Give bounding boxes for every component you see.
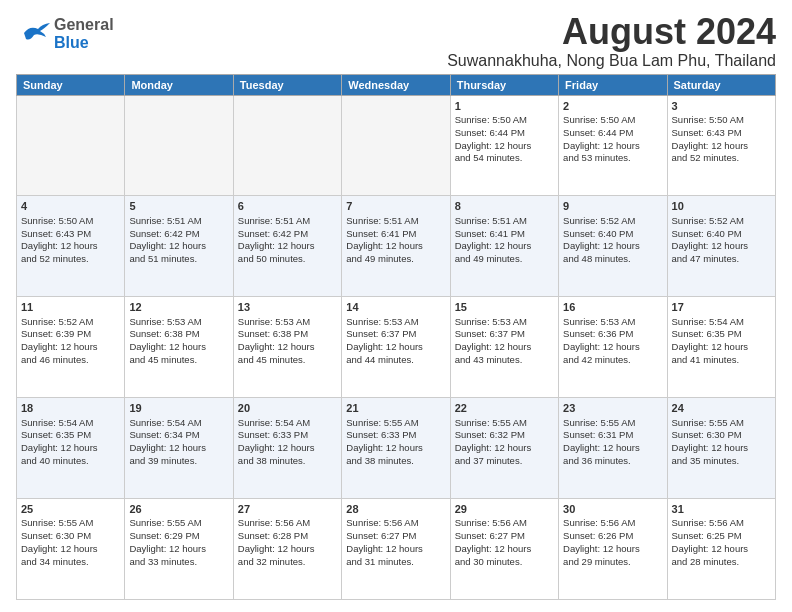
table-row: 5Sunrise: 5:51 AMSunset: 6:42 PMDaylight… [125, 196, 233, 297]
calendar-header-row: Sunday Monday Tuesday Wednesday Thursday… [17, 74, 776, 95]
day-number: 7 [346, 199, 445, 213]
day-info: Sunrise: 5:53 AMSunset: 6:38 PMDaylight:… [129, 316, 228, 367]
table-row: 13Sunrise: 5:53 AMSunset: 6:38 PMDayligh… [233, 297, 341, 398]
table-row: 25Sunrise: 5:55 AMSunset: 6:30 PMDayligh… [17, 499, 125, 600]
calendar-week-row: 1Sunrise: 5:50 AMSunset: 6:44 PMDaylight… [17, 95, 776, 196]
calendar-week-row: 25Sunrise: 5:55 AMSunset: 6:30 PMDayligh… [17, 499, 776, 600]
day-info: Sunrise: 5:55 AMSunset: 6:30 PMDaylight:… [672, 417, 771, 468]
day-info: Sunrise: 5:54 AMSunset: 6:35 PMDaylight:… [21, 417, 120, 468]
table-row: 21Sunrise: 5:55 AMSunset: 6:33 PMDayligh… [342, 398, 450, 499]
day-info: Sunrise: 5:54 AMSunset: 6:34 PMDaylight:… [129, 417, 228, 468]
table-row: 26Sunrise: 5:55 AMSunset: 6:29 PMDayligh… [125, 499, 233, 600]
table-row: 27Sunrise: 5:56 AMSunset: 6:28 PMDayligh… [233, 499, 341, 600]
subtitle: Suwannakhuha, Nong Bua Lam Phu, Thailand [447, 52, 776, 70]
table-row: 24Sunrise: 5:55 AMSunset: 6:30 PMDayligh… [667, 398, 775, 499]
table-row: 2Sunrise: 5:50 AMSunset: 6:44 PMDaylight… [559, 95, 667, 196]
calendar-table: Sunday Monday Tuesday Wednesday Thursday… [16, 74, 776, 600]
col-monday: Monday [125, 74, 233, 95]
day-number: 12 [129, 300, 228, 314]
logo-text: GeneralBlue [54, 16, 114, 51]
day-info: Sunrise: 5:56 AMSunset: 6:28 PMDaylight:… [238, 517, 337, 568]
table-row: 10Sunrise: 5:52 AMSunset: 6:40 PMDayligh… [667, 196, 775, 297]
day-number: 14 [346, 300, 445, 314]
day-number: 9 [563, 199, 662, 213]
day-number: 17 [672, 300, 771, 314]
day-info: Sunrise: 5:51 AMSunset: 6:41 PMDaylight:… [346, 215, 445, 266]
calendar-week-row: 18Sunrise: 5:54 AMSunset: 6:35 PMDayligh… [17, 398, 776, 499]
day-info: Sunrise: 5:52 AMSunset: 6:39 PMDaylight:… [21, 316, 120, 367]
table-row: 15Sunrise: 5:53 AMSunset: 6:37 PMDayligh… [450, 297, 558, 398]
col-tuesday: Tuesday [233, 74, 341, 95]
day-number: 31 [672, 502, 771, 516]
day-info: Sunrise: 5:55 AMSunset: 6:33 PMDaylight:… [346, 417, 445, 468]
day-info: Sunrise: 5:54 AMSunset: 6:35 PMDaylight:… [672, 316, 771, 367]
table-row: 17Sunrise: 5:54 AMSunset: 6:35 PMDayligh… [667, 297, 775, 398]
day-info: Sunrise: 5:55 AMSunset: 6:29 PMDaylight:… [129, 517, 228, 568]
day-number: 4 [21, 199, 120, 213]
main-title: August 2024 [447, 12, 776, 52]
table-row: 7Sunrise: 5:51 AMSunset: 6:41 PMDaylight… [342, 196, 450, 297]
day-number: 22 [455, 401, 554, 415]
day-number: 2 [563, 99, 662, 113]
table-row: 3Sunrise: 5:50 AMSunset: 6:43 PMDaylight… [667, 95, 775, 196]
day-info: Sunrise: 5:53 AMSunset: 6:37 PMDaylight:… [346, 316, 445, 367]
table-row [125, 95, 233, 196]
day-number: 25 [21, 502, 120, 516]
day-number: 23 [563, 401, 662, 415]
day-info: Sunrise: 5:55 AMSunset: 6:32 PMDaylight:… [455, 417, 554, 468]
day-info: Sunrise: 5:51 AMSunset: 6:42 PMDaylight:… [129, 215, 228, 266]
col-saturday: Saturday [667, 74, 775, 95]
day-info: Sunrise: 5:56 AMSunset: 6:27 PMDaylight:… [346, 517, 445, 568]
table-row: 18Sunrise: 5:54 AMSunset: 6:35 PMDayligh… [17, 398, 125, 499]
day-number: 21 [346, 401, 445, 415]
table-row: 6Sunrise: 5:51 AMSunset: 6:42 PMDaylight… [233, 196, 341, 297]
day-info: Sunrise: 5:53 AMSunset: 6:38 PMDaylight:… [238, 316, 337, 367]
day-number: 20 [238, 401, 337, 415]
day-number: 8 [455, 199, 554, 213]
day-info: Sunrise: 5:56 AMSunset: 6:26 PMDaylight:… [563, 517, 662, 568]
table-row: 12Sunrise: 5:53 AMSunset: 6:38 PMDayligh… [125, 297, 233, 398]
day-number: 30 [563, 502, 662, 516]
day-info: Sunrise: 5:51 AMSunset: 6:41 PMDaylight:… [455, 215, 554, 266]
table-row: 22Sunrise: 5:55 AMSunset: 6:32 PMDayligh… [450, 398, 558, 499]
day-number: 19 [129, 401, 228, 415]
day-info: Sunrise: 5:56 AMSunset: 6:27 PMDaylight:… [455, 517, 554, 568]
day-number: 28 [346, 502, 445, 516]
table-row [342, 95, 450, 196]
day-info: Sunrise: 5:50 AMSunset: 6:44 PMDaylight:… [455, 114, 554, 165]
day-info: Sunrise: 5:55 AMSunset: 6:30 PMDaylight:… [21, 517, 120, 568]
table-row [17, 95, 125, 196]
table-row: 29Sunrise: 5:56 AMSunset: 6:27 PMDayligh… [450, 499, 558, 600]
day-number: 5 [129, 199, 228, 213]
day-info: Sunrise: 5:53 AMSunset: 6:37 PMDaylight:… [455, 316, 554, 367]
calendar-week-row: 4Sunrise: 5:50 AMSunset: 6:43 PMDaylight… [17, 196, 776, 297]
col-thursday: Thursday [450, 74, 558, 95]
col-wednesday: Wednesday [342, 74, 450, 95]
table-row: 11Sunrise: 5:52 AMSunset: 6:39 PMDayligh… [17, 297, 125, 398]
day-number: 27 [238, 502, 337, 516]
table-row: 8Sunrise: 5:51 AMSunset: 6:41 PMDaylight… [450, 196, 558, 297]
day-number: 6 [238, 199, 337, 213]
day-info: Sunrise: 5:50 AMSunset: 6:43 PMDaylight:… [672, 114, 771, 165]
day-number: 18 [21, 401, 120, 415]
page: GeneralBlue August 2024 Suwannakhuha, No… [0, 0, 792, 612]
day-info: Sunrise: 5:56 AMSunset: 6:25 PMDaylight:… [672, 517, 771, 568]
day-number: 1 [455, 99, 554, 113]
header: GeneralBlue August 2024 Suwannakhuha, No… [16, 12, 776, 70]
logo-icon [16, 19, 52, 49]
col-sunday: Sunday [17, 74, 125, 95]
day-number: 3 [672, 99, 771, 113]
day-number: 13 [238, 300, 337, 314]
table-row: 4Sunrise: 5:50 AMSunset: 6:43 PMDaylight… [17, 196, 125, 297]
day-number: 29 [455, 502, 554, 516]
logo: GeneralBlue [16, 16, 114, 51]
day-info: Sunrise: 5:52 AMSunset: 6:40 PMDaylight:… [672, 215, 771, 266]
title-area: August 2024 Suwannakhuha, Nong Bua Lam P… [447, 12, 776, 70]
day-info: Sunrise: 5:50 AMSunset: 6:43 PMDaylight:… [21, 215, 120, 266]
day-number: 11 [21, 300, 120, 314]
table-row: 28Sunrise: 5:56 AMSunset: 6:27 PMDayligh… [342, 499, 450, 600]
day-info: Sunrise: 5:50 AMSunset: 6:44 PMDaylight:… [563, 114, 662, 165]
day-info: Sunrise: 5:52 AMSunset: 6:40 PMDaylight:… [563, 215, 662, 266]
table-row: 23Sunrise: 5:55 AMSunset: 6:31 PMDayligh… [559, 398, 667, 499]
day-number: 24 [672, 401, 771, 415]
